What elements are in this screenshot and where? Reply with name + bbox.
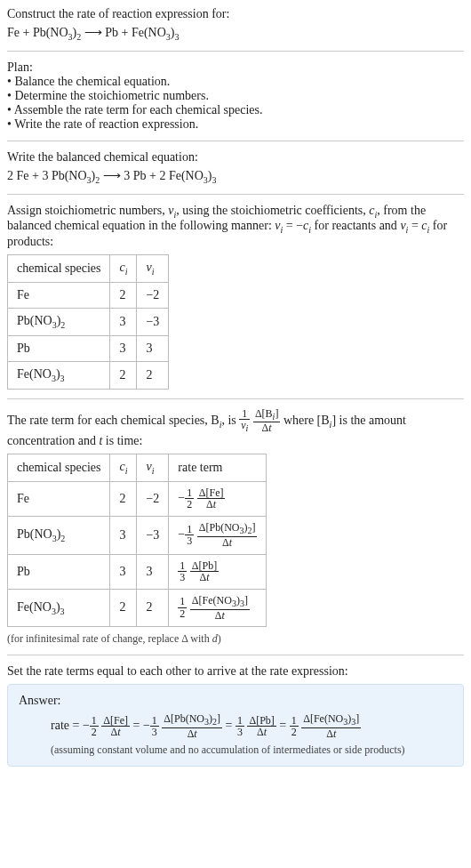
cell-species: Pb — [8, 554, 110, 589]
col-rate: rate term — [169, 454, 267, 482]
plan-block: Plan: • Balance the chemical equation.• … — [7, 60, 464, 132]
cell-species: Fe — [8, 481, 110, 516]
cell-ci: 3 — [110, 517, 137, 554]
intro-pre: The rate term for each chemical species,… — [7, 414, 220, 427]
prompt-equation: Fe + Pb(NO3)2Pb + Fe(NO3)3 — [7, 25, 464, 42]
cell-species: Fe(NO3)3 — [8, 589, 110, 626]
cell-ci: 3 — [110, 308, 137, 335]
cell-rate: 12 Δ[Fe(NO3)3]Δt — [169, 589, 267, 626]
answer-box: Answer: rate = −12 Δ[Fe]Δt = −13 Δ[Pb(NO… — [7, 684, 464, 766]
cell-ci: 3 — [110, 554, 137, 589]
table-row: Pb 3 3 13 Δ[Pb]Δt — [8, 554, 267, 589]
stoich-body: Fe 2 −2 Pb(NO3)2 3 −3 Pb 3 3 Fe(NO3)3 2 … — [8, 282, 169, 389]
final-heading: Set the rate terms equal to each other t… — [7, 664, 464, 679]
divider — [7, 655, 464, 655]
divider — [7, 398, 464, 399]
plan-items: • Balance the chemical equation.• Determ… — [7, 75, 464, 132]
cell-nui: 3 — [137, 554, 169, 589]
stoich-table: chemical species ci νi Fe 2 −2 Pb(NO3)2 … — [7, 254, 169, 389]
plan-item: • Determine the stoichiometric numbers. — [7, 89, 464, 103]
plan-item: • Balance the chemical equation. — [7, 75, 464, 89]
cell-species: Pb — [8, 335, 110, 361]
cell-ci: 2 — [110, 282, 137, 308]
plan-heading: Plan: — [7, 60, 464, 75]
table-row: Fe(NO3)3 2 2 12 Δ[Fe(NO3)3]Δt — [8, 589, 267, 626]
cell-rate: −12 Δ[Fe]Δt — [169, 481, 267, 516]
cell-species: Pb(NO3)2 — [8, 517, 110, 554]
balanced-heading: Write the balanced chemical equation: — [7, 150, 464, 165]
cell-species: Fe — [8, 282, 110, 308]
prompt-line1: Construct the rate of reaction expressio… — [7, 7, 464, 21]
table-row: Pb(NO3)2 3 −3 −13 Δ[Pb(NO3)2]Δt — [8, 517, 267, 554]
rate-terms-block: The rate term for each chemical species,… — [7, 408, 464, 647]
rate-terms-table: chemical species ci νi rate term Fe 2 −2… — [7, 454, 267, 627]
cell-ci: 2 — [110, 481, 137, 516]
col-species: chemical species — [8, 454, 110, 482]
cell-nui: −2 — [137, 282, 169, 308]
table-row: Fe 2 −2 −12 Δ[Fe]Δt — [8, 481, 267, 516]
cell-nui: −2 — [137, 481, 169, 516]
cell-rate: −13 Δ[Pb(NO3)2]Δt — [169, 517, 267, 554]
rate-terms-body: Fe 2 −2 −12 Δ[Fe]Δt Pb(NO3)2 3 −3 −13 Δ[… — [8, 481, 267, 626]
col-species: chemical species — [8, 255, 110, 283]
col-nui: νi — [137, 255, 169, 283]
prompt-block: Construct the rate of reaction expressio… — [7, 7, 464, 42]
plan-item: • Write the rate of reaction expression. — [7, 117, 464, 132]
table-row: Fe 2 −2 — [8, 282, 169, 308]
divider — [7, 51, 464, 52]
answer-prefix: rate = — [51, 719, 83, 732]
col-nui: νi — [137, 454, 169, 482]
col-ci: ci — [110, 454, 137, 482]
table-row: Pb(NO3)2 3 −3 — [8, 308, 169, 335]
final-block: Set the rate terms equal to each other t… — [7, 664, 464, 766]
cell-nui: −3 — [137, 308, 169, 335]
cell-species: Pb(NO3)2 — [8, 308, 110, 335]
cell-ci: 2 — [110, 361, 137, 389]
divider — [7, 141, 464, 141]
answer-assumption: (assuming constant volume and no accumul… — [19, 743, 452, 757]
cell-species: Fe(NO3)3 — [8, 361, 110, 389]
col-ci: ci — [110, 255, 137, 283]
answer-terms: −12 Δ[Fe]Δt = −13 Δ[Pb(NO3)2]Δt = 13 Δ[P… — [83, 719, 361, 732]
table-row: Fe(NO3)3 2 2 — [8, 361, 169, 389]
answer-body: rate = −12 Δ[Fe]Δt = −13 Δ[Pb(NO3)2]Δt =… — [19, 713, 452, 739]
intro-mid: , is — [221, 414, 239, 427]
divider — [7, 194, 464, 195]
cell-ci: 2 — [110, 589, 137, 626]
cell-ci: 3 — [110, 335, 137, 361]
rate-terms-intro: The rate term for each chemical species,… — [7, 408, 464, 448]
stoich-intro: Assign stoichiometric numbers, νi, using… — [7, 204, 464, 250]
balanced-equation: 2 Fe + 3 Pb(NO3)23 Pb + 2 Fe(NO3)3 — [7, 168, 464, 185]
balanced-block: Write the balanced chemical equation: 2 … — [7, 150, 464, 185]
coef-frac: 1νi — [239, 408, 250, 434]
table-row: Pb 3 3 — [8, 335, 169, 361]
plan-item: • Assemble the rate term for each chemic… — [7, 103, 464, 117]
cell-nui: 2 — [137, 589, 169, 626]
cell-nui: 2 — [137, 361, 169, 389]
delta-frac: Δ[Bi]Δt — [253, 408, 281, 434]
stoich-block: Assign stoichiometric numbers, νi, using… — [7, 204, 464, 390]
cell-nui: −3 — [137, 517, 169, 554]
cell-nui: 3 — [137, 335, 169, 361]
cell-rate: 13 Δ[Pb]Δt — [169, 554, 267, 589]
rate-terms-footnote: (for infinitesimal rate of change, repla… — [7, 632, 464, 646]
answer-label: Answer: — [19, 694, 452, 708]
